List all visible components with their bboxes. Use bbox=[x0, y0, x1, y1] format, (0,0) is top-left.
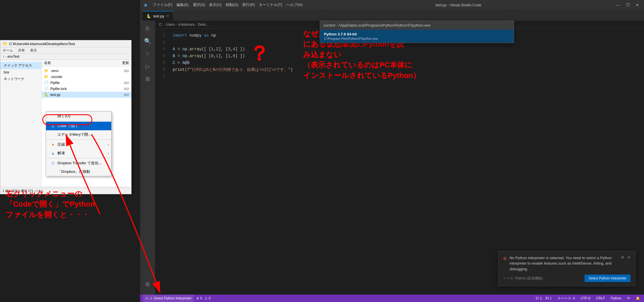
interpreter-option-1[interactable]: Python 3.7.6 64-bit C:\Program Files\Pyt… bbox=[320, 30, 514, 43]
select-interpreter-button[interactable]: Select Python Interpreter bbox=[585, 275, 631, 282]
activity-source-control[interactable]: ⑂ bbox=[142, 48, 153, 59]
context-dropbox-move[interactable]: 「Dropbox」に移動 bbox=[46, 167, 111, 176]
statusbar-notification-icon[interactable]: 🔔 bbox=[635, 296, 641, 300]
statusbar-eol[interactable]: CRLF bbox=[595, 296, 606, 300]
vscode-statusbar: ⚠ ⚠ Select Python Interpreter ⊘ 0 ⚠ 0 行 … bbox=[140, 295, 644, 302]
sidebar-network[interactable]: ネットワーク bbox=[0, 75, 41, 83]
statusbar-right: 行 1、列 1 スペース: 4 UTF-8 CRLF Python ⟳ 🔔 bbox=[534, 296, 641, 301]
breadcrumb-envtest[interactable]: envTest bbox=[7, 55, 19, 59]
activity-extensions[interactable]: ⊞ bbox=[142, 73, 153, 85]
statusbar-position[interactable]: 行 1、列 1 bbox=[534, 296, 553, 301]
activity-debug[interactable]: ▷ bbox=[142, 61, 153, 72]
notification-panel: ⊗ No Python interpreter is selected. You… bbox=[498, 251, 635, 287]
file-row-vscode[interactable]: 📁 .vscode bbox=[42, 74, 131, 80]
left-annotation: 右クリックメニューの 「Codeで開く」でPython ファイルを開くと・・・ bbox=[6, 189, 129, 220]
file-row-testpy[interactable]: 🐍 test.py 202 bbox=[42, 92, 131, 98]
statusbar-encoding[interactable]: UTF-8 bbox=[579, 296, 591, 300]
folder-icon: 📁 bbox=[44, 75, 49, 79]
file-row-venv[interactable]: 📁 .venv 202 bbox=[42, 68, 131, 74]
explorer-toolbar: ホーム 共有 表示 bbox=[0, 47, 131, 54]
separator bbox=[46, 121, 111, 121]
tab-testpy[interactable]: 🐍 test.py ✕ bbox=[142, 11, 173, 21]
maximize-button[interactable]: ❐ bbox=[624, 2, 631, 8]
vscode-icon: ◆ bbox=[51, 124, 55, 128]
folder-icon: 📁 bbox=[44, 69, 49, 73]
titlebar-controls: — ❐ ✕ bbox=[614, 2, 641, 8]
file-row-pipfile[interactable]: 📄 Pipfile 202 bbox=[42, 80, 131, 86]
context-dropbox-transfer[interactable]: ⬡ Dropbox Transfer で送信... bbox=[46, 159, 111, 167]
file-row-pipfilelock[interactable]: 📄 Pipfile.lock 202 bbox=[42, 86, 131, 92]
vscode-tabbar: 🐍 test.py ✕ bbox=[140, 10, 644, 21]
menu-edit[interactable]: 編集(E) bbox=[176, 2, 189, 7]
sidebar-quick-access[interactable]: クイック アクセス bbox=[0, 62, 41, 69]
tab-py-icon: 🐍 bbox=[146, 14, 151, 18]
submenu-arrow: › bbox=[108, 143, 109, 146]
explorer-content-header: 名前 更新 bbox=[42, 60, 131, 67]
question-mark: ？ bbox=[249, 40, 269, 67]
doc-icon: 📄 bbox=[44, 81, 49, 85]
notification-source: ソース: Python (拡張機能) bbox=[503, 276, 543, 281]
interpreter-input-row bbox=[320, 21, 514, 30]
warning-icon-small: ⚠ bbox=[204, 296, 208, 300]
explorer-breadcrumb: ↑ › envTest bbox=[0, 54, 131, 60]
vscode-titlebar: ◈ ファイル(F) 編集(E) 選択(S) 表示(V) 移動(G) 実行(R) … bbox=[140, 0, 644, 10]
context-code-open[interactable]: ◆ Code で開く bbox=[46, 122, 111, 130]
dropbox-icon: ⬡ bbox=[51, 161, 55, 165]
context-compress[interactable]: ▼ 圧縮 › bbox=[46, 140, 111, 149]
statusbar-interpreter-label: ⚠ Select Python Interpreter bbox=[150, 296, 192, 300]
activity-explorer[interactable]: ⎘ bbox=[142, 23, 153, 34]
menu-help[interactable]: ヘルプ(H) bbox=[286, 2, 303, 7]
statusbar-sync-icon[interactable]: ⟳ bbox=[626, 296, 631, 300]
close-button[interactable]: ✕ bbox=[634, 2, 641, 8]
interpreter-dropdown: Python 3.7.6 64-bit C:\Program Files\Pyt… bbox=[320, 21, 514, 43]
context-extract[interactable]: ▲ 解凍 › bbox=[46, 149, 111, 157]
toolbar-view[interactable]: 表示 bbox=[30, 48, 37, 53]
warning-icon: ⚠ bbox=[145, 296, 148, 300]
context-mery[interactable]: エディタMeryで開... bbox=[46, 130, 111, 139]
line-numbers: 1 2 3 4 5 6 7 bbox=[155, 29, 169, 295]
minimize-button[interactable]: — bbox=[614, 2, 621, 8]
python-icon: 🐍 bbox=[44, 93, 49, 97]
notification-close-button[interactable]: ✕ bbox=[627, 255, 631, 260]
statusbar-warnings[interactable]: ⚠ 0 bbox=[204, 296, 211, 300]
notification-text: No Python interpreter is selected. You n… bbox=[510, 255, 616, 272]
error-icon-small: ⊘ bbox=[196, 296, 199, 300]
statusbar-spaces[interactable]: スペース: 4 bbox=[556, 296, 576, 301]
tab-label: test.py bbox=[153, 14, 164, 18]
submenu-arrow2: › bbox=[108, 152, 109, 155]
activity-bar: ⎘ 🔍 ⑂ ▷ ⊞ ⚙ bbox=[140, 21, 155, 295]
menu-view[interactable]: 表示(V) bbox=[209, 2, 221, 7]
statusbar-language[interactable]: Python bbox=[610, 296, 623, 300]
toolbar-home[interactable]: ホーム bbox=[3, 48, 13, 53]
notification-footer: ソース: Python (拡張機能) Select Python Interpr… bbox=[503, 275, 631, 282]
explorer-sidebar: クイック アクセス box ネットワーク bbox=[0, 60, 42, 186]
menu-file[interactable]: ファイル(F) bbox=[153, 2, 172, 7]
explorer-titlebar: 📁 C:¥Users¥d-kitamura¥Desktop¥envTest bbox=[0, 40, 131, 47]
extract-icon: ▲ bbox=[51, 151, 55, 155]
activity-search[interactable]: 🔍 bbox=[142, 35, 153, 47]
notification-settings-icon[interactable]: ⚙ bbox=[621, 255, 624, 259]
tab-close-button[interactable]: ✕ bbox=[166, 14, 169, 18]
menu-select[interactable]: 選択(S) bbox=[193, 2, 205, 7]
statusbar-select-interpreter[interactable]: ⚠ ⚠ Select Python Interpreter bbox=[143, 295, 194, 302]
menu-run[interactable]: 実行(R) bbox=[242, 2, 255, 7]
titlebar-title: test.py - Visual Studio Code bbox=[306, 3, 611, 7]
activity-settings[interactable]: ⚙ bbox=[142, 279, 153, 290]
separator2 bbox=[46, 139, 111, 140]
statusbar-left: ⚠ ⚠ Select Python Interpreter ⊘ 0 ⚠ 0 bbox=[143, 295, 533, 302]
statusbar-errors[interactable]: ⊘ 0 bbox=[196, 296, 202, 300]
menu-terminal[interactable]: ターミナル(T) bbox=[259, 2, 282, 7]
toolbar-share[interactable]: 共有 bbox=[18, 48, 25, 53]
error-icon: ⊗ bbox=[503, 256, 507, 261]
folder-icon: 📁 bbox=[3, 41, 7, 46]
interpreter-option-title: Python 3.7.6 64-bit bbox=[324, 32, 510, 36]
menu-goto[interactable]: 移動(G) bbox=[226, 2, 238, 7]
interpreter-search-input[interactable] bbox=[322, 22, 512, 29]
vscode-logo: ◈ bbox=[144, 2, 148, 8]
context-open[interactable]: 開く(O) bbox=[46, 112, 111, 120]
separator3 bbox=[46, 158, 111, 158]
compress-icon: ▼ bbox=[51, 143, 55, 147]
interpreter-option-path: C:\Program Files\Python37\python.exe bbox=[324, 37, 510, 40]
vscode-menu: ファイル(F) 編集(E) 選択(S) 表示(V) 移動(G) 実行(R) ター… bbox=[153, 2, 303, 7]
sidebar-box[interactable]: box bbox=[0, 69, 41, 75]
